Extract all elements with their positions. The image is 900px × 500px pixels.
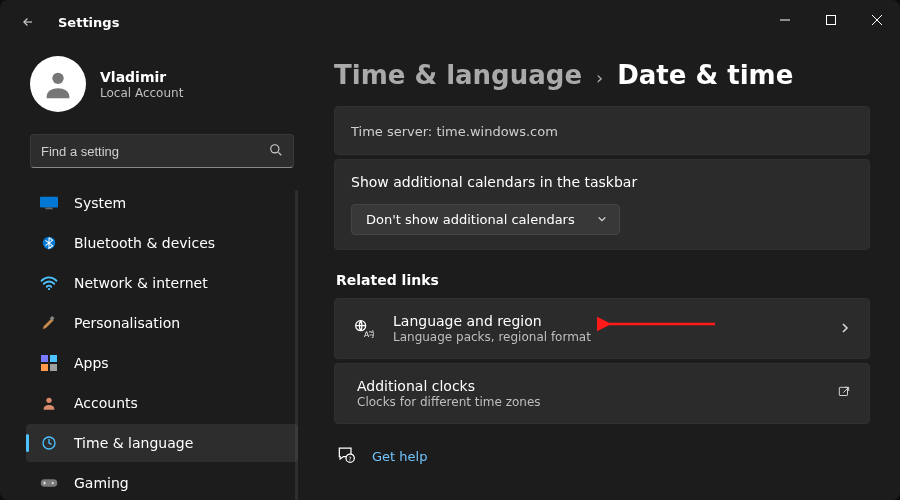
window-controls	[762, 6, 900, 38]
time-server-label: Time server: time.windows.com	[351, 124, 558, 139]
dropdown-value: Don't show additional calendars	[366, 212, 575, 227]
language-icon: A字	[353, 319, 375, 339]
sidebar-item-label: System	[74, 195, 126, 211]
svg-point-1	[52, 73, 63, 84]
svg-point-6	[48, 288, 50, 290]
sidebar-item-personalisation[interactable]: Personalisation	[26, 304, 298, 342]
breadcrumb-parent[interactable]: Time & language	[334, 60, 582, 90]
apps-icon	[40, 354, 58, 372]
svg-rect-11	[50, 364, 57, 371]
link-subtitle: Language packs, regional format	[393, 330, 591, 344]
titlebar: Settings	[0, 0, 900, 44]
sidebar-item-accounts[interactable]: Accounts	[26, 384, 298, 422]
help-row: ? Get help	[334, 428, 870, 472]
sidebar-item-label: Time & language	[74, 435, 193, 451]
annotation-arrow	[597, 313, 717, 335]
chevron-down-icon	[597, 212, 607, 227]
window-title: Settings	[58, 15, 119, 30]
get-help-link[interactable]: Get help	[372, 449, 427, 464]
sidebar-item-system[interactable]: System	[26, 184, 298, 222]
display-icon	[40, 194, 58, 212]
link-subtitle: Clocks for different time zones	[357, 395, 541, 409]
nav-list: System Bluetooth & devices Network & int…	[26, 184, 298, 500]
search-icon	[269, 142, 283, 161]
search-input[interactable]	[41, 144, 269, 159]
breadcrumb: Time & language › Date & time	[334, 60, 870, 90]
minimize-button[interactable]	[762, 2, 808, 38]
link-title: Additional clocks	[357, 378, 541, 394]
sidebar-item-bluetooth[interactable]: Bluetooth & devices	[26, 224, 298, 262]
svg-text:?: ?	[349, 456, 352, 462]
calendars-card: Show additional calendars in the taskbar…	[334, 159, 870, 250]
content-pane: Time & language › Date & time Time serve…	[310, 44, 900, 500]
wifi-icon	[40, 274, 58, 292]
chevron-right-icon: ›	[596, 67, 603, 88]
person-icon	[40, 394, 58, 412]
open-external-icon	[837, 384, 851, 403]
sidebar-item-time-language[interactable]: Time & language	[26, 424, 298, 462]
avatar	[30, 56, 86, 112]
related-links-heading: Related links	[336, 272, 870, 288]
user-subtitle: Local Account	[100, 86, 183, 100]
sidebar-item-label: Network & internet	[74, 275, 208, 291]
back-button[interactable]	[16, 10, 40, 34]
svg-rect-4	[45, 208, 52, 210]
svg-point-2	[271, 144, 279, 152]
svg-rect-3	[40, 197, 58, 208]
sidebar-item-label: Gaming	[74, 475, 129, 491]
sidebar: Vladimir Local Account System Bluetooth …	[0, 44, 310, 500]
help-icon: ?	[336, 444, 356, 468]
svg-rect-10	[41, 364, 48, 371]
calendars-dropdown[interactable]: Don't show additional calendars	[351, 204, 620, 235]
time-server-card: Time server: time.windows.com	[334, 106, 870, 155]
close-button[interactable]	[854, 2, 900, 38]
sidebar-item-label: Bluetooth & devices	[74, 235, 215, 251]
settings-window: Settings Vladimir Local Account	[0, 0, 900, 500]
sidebar-item-label: Accounts	[74, 395, 138, 411]
calendars-label: Show additional calendars in the taskbar	[351, 174, 853, 190]
gamepad-icon	[40, 474, 58, 492]
breadcrumb-current: Date & time	[617, 60, 793, 90]
svg-point-12	[46, 398, 51, 403]
svg-text:A字: A字	[364, 330, 374, 339]
svg-rect-19	[839, 387, 847, 395]
clock-globe-icon	[40, 434, 58, 452]
sidebar-item-gaming[interactable]: Gaming	[26, 464, 298, 500]
sidebar-item-apps[interactable]: Apps	[26, 344, 298, 382]
bluetooth-icon	[40, 234, 58, 252]
user-block[interactable]: Vladimir Local Account	[26, 50, 298, 130]
language-region-link[interactable]: A字 Language and region Language packs, r…	[334, 298, 870, 359]
sidebar-item-network[interactable]: Network & internet	[26, 264, 298, 302]
svg-rect-8	[41, 355, 48, 362]
maximize-button[interactable]	[808, 2, 854, 38]
svg-rect-9	[50, 355, 57, 362]
brush-icon	[40, 314, 58, 332]
svg-rect-0	[827, 16, 836, 25]
link-title: Language and region	[393, 313, 591, 329]
search-box[interactable]	[30, 134, 294, 168]
additional-clocks-link[interactable]: Additional clocks Clocks for different t…	[334, 363, 870, 424]
sidebar-item-label: Personalisation	[74, 315, 180, 331]
svg-point-15	[52, 482, 54, 484]
chevron-right-icon	[839, 319, 851, 338]
user-name: Vladimir	[100, 69, 183, 85]
sidebar-item-label: Apps	[74, 355, 109, 371]
